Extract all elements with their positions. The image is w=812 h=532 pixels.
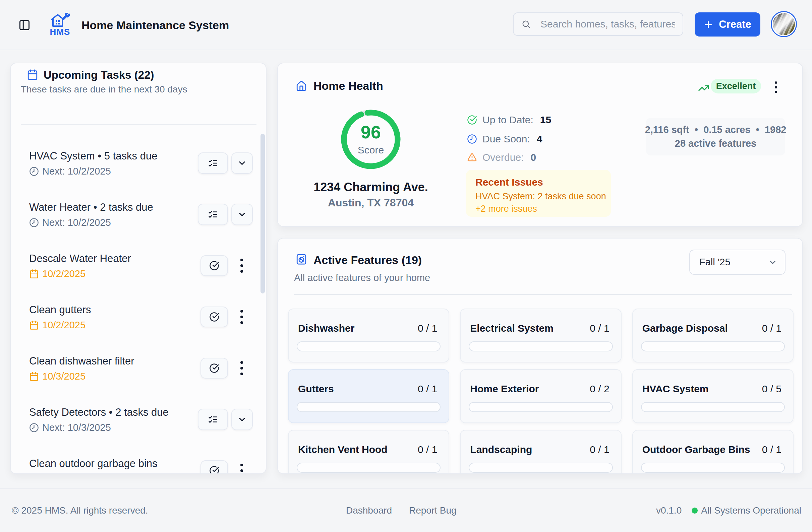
feature-progress-bar	[641, 341, 785, 352]
task-due: 10/2/2025	[42, 268, 86, 279]
task-complete-button[interactable]	[201, 358, 228, 379]
search-box[interactable]	[513, 12, 683, 36]
task-title: Clean outdoor garbage bins	[29, 458, 158, 470]
feature-progress-bar	[469, 341, 612, 352]
house-wrench-icon	[49, 13, 71, 28]
feature-task-count: 0 / 1	[762, 323, 782, 334]
task-actions	[201, 460, 253, 474]
home-health-title: Home Health	[314, 79, 383, 92]
task-checklist-button[interactable]	[198, 152, 228, 174]
calendar-icon	[29, 269, 39, 279]
task-complete-button[interactable]	[201, 255, 228, 276]
feature-task-count: 0 / 5	[762, 383, 782, 395]
chevron-down-icon	[237, 158, 247, 168]
feature-name: Garbage Disposal	[642, 323, 728, 334]
property-features-line: 28 active features	[675, 138, 756, 149]
clock-icon	[467, 134, 477, 144]
task-list: HVAC System • 5 tasks due Next: 10/2/202…	[21, 147, 253, 474]
task-row: Clean gutters 10/2/2025	[21, 301, 253, 352]
task-complete-button[interactable]	[201, 460, 228, 474]
task-complete-button[interactable]	[201, 307, 228, 327]
feature-tile[interactable]: Kitchen Vent Hood 0 / 1	[288, 430, 449, 474]
health-score-label: Score	[339, 144, 403, 156]
task-expand-button[interactable]	[231, 204, 253, 225]
feature-tile[interactable]: HVAC System 0 / 5	[632, 369, 794, 423]
task-title: Clean dishwasher filter	[29, 355, 134, 367]
feature-name: Landscaping	[470, 444, 532, 455]
feature-tile[interactable]: Landscaping 0 / 1	[460, 430, 621, 474]
feature-task-count: 0 / 1	[418, 383, 437, 395]
trending-up-icon	[698, 83, 709, 94]
feature-tile[interactable]: Outdoor Garbage Bins 0 / 1	[632, 430, 794, 474]
calendar-icon	[29, 371, 39, 381]
property-city: Austin, TX 78704	[304, 197, 438, 209]
divider	[21, 124, 257, 124]
recent-issues-line: HVAC System: 2 tasks due soon	[475, 191, 601, 202]
feature-tiles-grid: Dishwasher 0 / 1 Electrical System 0 / 1…	[288, 309, 794, 474]
footer-link-report-bug[interactable]: Report Bug	[409, 505, 456, 516]
task-group-row: Safety Detectors • 2 tasks due Next: 10/…	[21, 404, 253, 455]
task-menu-button[interactable]	[234, 306, 249, 328]
feature-tile[interactable]: Home Exterior 0 / 2	[460, 369, 621, 423]
task-actions	[198, 152, 253, 174]
footer-status: v0.1.0 All Systems Operational	[656, 505, 801, 516]
app-title: Home Maintenance System	[82, 0, 229, 50]
task-menu-button[interactable]	[234, 255, 249, 276]
feature-tile[interactable]: Gutters 0 / 1	[288, 369, 449, 423]
check-circle-icon	[209, 261, 219, 271]
feature-name: HVAC System	[642, 383, 709, 395]
check-circle-icon	[467, 115, 477, 125]
user-avatar[interactable]	[771, 11, 797, 37]
feature-tile[interactable]: Dishwasher 0 / 1	[288, 309, 449, 363]
active-features-title: Active Features (19)	[314, 254, 422, 267]
task-title: Clean gutters	[29, 304, 91, 316]
scrollbar-thumb[interactable]	[261, 134, 265, 294]
recent-issues-box: Recent Issues HVAC System: 2 tasks due s…	[466, 170, 611, 217]
feature-tile[interactable]: Electrical System 0 / 1	[460, 309, 621, 363]
divider	[294, 294, 792, 295]
check-circle-icon	[209, 312, 219, 322]
task-row: Descale Water Heater 10/2/2025	[21, 250, 253, 301]
property-address: 1234 Charming Ave.	[304, 180, 438, 194]
calendar-icon	[29, 320, 39, 330]
task-actions	[198, 409, 253, 430]
feature-task-count: 0 / 1	[762, 444, 782, 455]
status-text: All Systems Operational	[701, 505, 801, 516]
home-icon	[296, 80, 307, 92]
task-checklist-button[interactable]	[198, 409, 228, 430]
property-stats-line: 2,116 sqft • 0.15 acres • 1982	[645, 124, 786, 135]
task-meta: Next: 10/2/2025	[29, 166, 111, 177]
task-title: Descale Water Heater	[29, 253, 131, 265]
chevron-down-icon	[237, 414, 247, 425]
create-button[interactable]: Create	[695, 12, 760, 36]
clock-icon	[29, 166, 39, 176]
page: HMS Home Maintenance System Create Upcom…	[0, 0, 812, 532]
feature-name: Home Exterior	[470, 383, 539, 395]
property-summary: 2,116 sqft • 0.15 acres • 1982 28 active…	[646, 118, 785, 156]
task-checklist-button[interactable]	[198, 204, 228, 225]
stat-up-to-date: Up to Date:15	[467, 114, 551, 125]
feature-progress-bar	[297, 402, 440, 412]
season-select[interactable]: Fall '25	[689, 250, 785, 275]
task-expand-button[interactable]	[231, 152, 253, 174]
footer-link-dashboard[interactable]: Dashboard	[346, 505, 392, 516]
clock-icon	[29, 423, 39, 432]
sidebar-toggle-button[interactable]	[18, 19, 30, 31]
stat-due-soon: Due Soon:4	[467, 133, 542, 145]
season-value: Fall '25	[699, 256, 730, 268]
feature-progress-bar	[297, 341, 440, 352]
task-menu-button[interactable]	[234, 357, 249, 379]
version-text: v0.1.0	[656, 505, 682, 516]
feature-tile[interactable]: Garbage Disposal 0 / 1	[632, 309, 794, 363]
recent-issues-more[interactable]: +2 more issues	[475, 204, 601, 214]
search-input[interactable]	[540, 18, 675, 30]
home-health-menu-button[interactable]	[768, 80, 783, 94]
feature-name: Electrical System	[470, 323, 553, 334]
header: HMS Home Maintenance System Create	[0, 0, 812, 50]
task-expand-button[interactable]	[231, 409, 253, 430]
recent-issues-title: Recent Issues	[475, 177, 601, 188]
task-actions	[198, 204, 253, 225]
task-menu-button[interactable]	[234, 460, 249, 474]
feature-name: Dishwasher	[298, 323, 354, 334]
feature-progress-bar	[641, 463, 785, 473]
